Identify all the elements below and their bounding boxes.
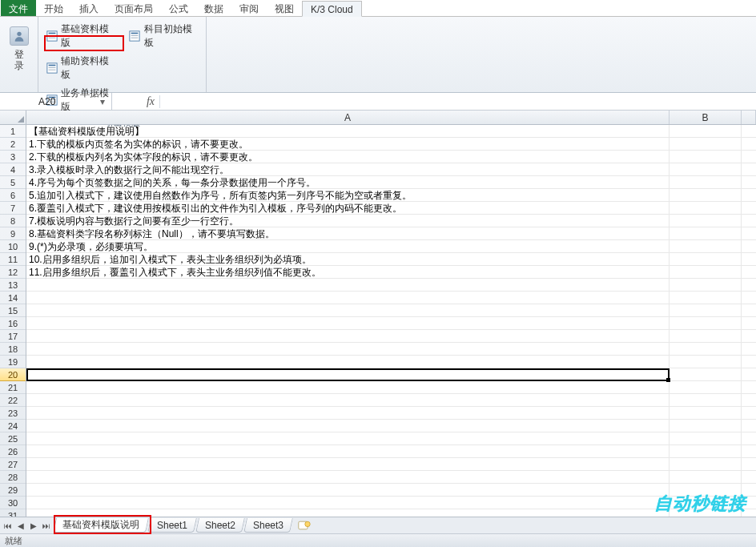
cell[interactable]	[670, 381, 742, 393]
table-row[interactable]: 9.(*)为必录项，必须要填写。	[26, 240, 756, 253]
cell[interactable]	[670, 163, 742, 175]
cell[interactable]	[670, 484, 742, 496]
row-header[interactable]: 30	[0, 497, 26, 509]
row-header[interactable]: 1	[0, 125, 26, 138]
table-row[interactable]: 10.启用多组织后，追加引入模式下，表头主业务组织列为必填项。	[26, 253, 756, 266]
row-header[interactable]: 19	[0, 356, 26, 368]
sheet-tab-4[interactable]: Sheet3	[243, 518, 293, 533]
table-row[interactable]	[26, 484, 756, 497]
row-header[interactable]: 21	[0, 381, 26, 394]
table-row[interactable]: 【基础资料模版使用说明】	[26, 125, 756, 138]
cell[interactable]	[670, 253, 742, 265]
tab-insert[interactable]: 插入	[71, 0, 107, 16]
row-header[interactable]: 12	[0, 266, 26, 279]
tab-review[interactable]: 审阅	[231, 0, 267, 16]
cell[interactable]: 【基础资料模版使用说明】	[26, 125, 670, 137]
cell[interactable]	[670, 497, 742, 509]
row-header[interactable]: 14	[0, 292, 26, 304]
table-row[interactable]	[26, 432, 756, 445]
cell[interactable]	[26, 292, 670, 304]
row-header[interactable]: 24	[0, 420, 26, 432]
cell[interactable]: 2.下载的模板内列名为实体字段的标识，请不要更改。	[26, 151, 670, 163]
cell[interactable]	[26, 381, 670, 393]
col-header-A[interactable]: A	[26, 111, 670, 124]
cell[interactable]	[26, 471, 670, 483]
cell[interactable]	[670, 420, 742, 432]
row-header[interactable]: 23	[0, 407, 26, 420]
sheet-tab-1[interactable]: 基础资料模版说明	[53, 518, 149, 533]
sheet-nav-next[interactable]: ▶	[27, 519, 40, 533]
cell[interactable]	[670, 176, 742, 188]
cell[interactable]	[670, 445, 742, 457]
row-header[interactable]: 26	[0, 445, 26, 458]
col-header-B[interactable]: B	[670, 111, 742, 124]
cell[interactable]	[670, 304, 742, 316]
sheet-tab-3[interactable]: Sheet2	[195, 518, 245, 533]
cell[interactable]: 1.下载的模板内页签名为实体的标识，请不要更改。	[26, 138, 670, 150]
cell[interactable]: 5.追加引入模式下，建议使用自然数作为序号，所有页签内第一列序号不能为空或者重复…	[26, 189, 670, 201]
table-row[interactable]: 2.下载的模板内列名为实体字段的标识，请不要更改。	[26, 151, 756, 163]
cell[interactable]	[670, 138, 742, 150]
cell[interactable]	[26, 368, 670, 380]
cell[interactable]	[670, 330, 742, 342]
row-header[interactable]: 17	[0, 330, 26, 343]
table-row[interactable]: 3.录入模板时录入的数据行之间不能出现空行。	[26, 163, 756, 176]
row-header[interactable]: 2	[0, 138, 26, 151]
table-row[interactable]	[26, 317, 756, 330]
cell[interactable]	[670, 292, 742, 304]
tab-formula[interactable]: 公式	[161, 0, 196, 16]
chevron-down-icon[interactable]: ▾	[97, 96, 108, 107]
row-header[interactable]: 6	[0, 189, 26, 202]
cell[interactable]: 8.基础资料类字段名称列标注（Null），请不要填写数据。	[26, 227, 670, 239]
login-button[interactable]: 登 录	[5, 20, 34, 78]
table-row[interactable]	[26, 368, 756, 381]
row-header[interactable]: 29	[0, 484, 26, 497]
table-row[interactable]	[26, 343, 756, 356]
row-header[interactable]: 7	[0, 202, 26, 215]
table-row[interactable]	[26, 420, 756, 432]
cell[interactable]: 10.启用多组织后，追加引入模式下，表头主业务组织列为必填项。	[26, 253, 670, 265]
cell[interactable]	[26, 432, 670, 444]
table-row[interactable]	[26, 407, 756, 420]
cells[interactable]: 【基础资料模版使用说明】1.下载的模板内页签名为实体的标识，请不要更改。2.下载…	[26, 125, 756, 517]
row-header[interactable]: 3	[0, 151, 26, 163]
table-row[interactable]	[26, 356, 756, 368]
table-row[interactable]	[26, 497, 756, 509]
cell[interactable]	[670, 317, 742, 329]
cell[interactable]: 7.模板说明内容与数据行之间要有至少一行空行。	[26, 215, 670, 227]
cell[interactable]	[670, 368, 742, 380]
cell[interactable]: 11.启用多组织后，覆盖引入模式下，表头主业务组织列值不能更改。	[26, 266, 670, 278]
new-sheet-icon[interactable]	[296, 519, 312, 532]
cell[interactable]	[26, 445, 670, 457]
cell[interactable]: 3.录入模板时录入的数据行之间不能出现空行。	[26, 163, 670, 175]
row-header[interactable]: 20	[0, 368, 26, 381]
cell[interactable]	[670, 189, 742, 201]
table-row[interactable]: 4.序号为每个页签数据之间的关系，每一条分录数据使用一个序号。	[26, 176, 756, 189]
cell[interactable]	[670, 215, 742, 227]
row-header[interactable]: 9	[0, 227, 26, 240]
sheet-nav-first[interactable]: ⏮	[2, 519, 14, 533]
table-row[interactable]	[26, 304, 756, 317]
col-header-rest[interactable]	[742, 111, 756, 124]
table-row[interactable]	[26, 458, 756, 471]
cell[interactable]	[670, 343, 742, 355]
sheet-nav-prev[interactable]: ◀	[14, 519, 27, 533]
tab-view[interactable]: 视图	[267, 0, 302, 16]
row-header[interactable]: 18	[0, 343, 26, 356]
cell[interactable]	[670, 202, 742, 214]
cell[interactable]	[670, 227, 742, 239]
cell[interactable]	[26, 317, 670, 329]
table-row[interactable]	[26, 394, 756, 407]
table-row[interactable]: 7.模板说明内容与数据行之间要有至少一行空行。	[26, 215, 756, 227]
sheet-tab-2[interactable]: Sheet1	[147, 518, 197, 533]
cmd-aux-template[interactable]: 辅助资料模板	[43, 54, 119, 82]
cell[interactable]	[670, 407, 742, 419]
cell[interactable]	[26, 458, 670, 470]
table-row[interactable]: 5.追加引入模式下，建议使用自然数作为序号，所有页签内第一列序号不能为空或者重复…	[26, 189, 756, 202]
table-row[interactable]	[26, 279, 756, 292]
name-box[interactable]: A20 ▾	[0, 93, 112, 110]
cell[interactable]	[26, 343, 670, 355]
row-header[interactable]: 11	[0, 253, 26, 266]
cell[interactable]	[26, 394, 670, 406]
tab-k3cloud[interactable]: K/3 Cloud	[302, 1, 362, 17]
